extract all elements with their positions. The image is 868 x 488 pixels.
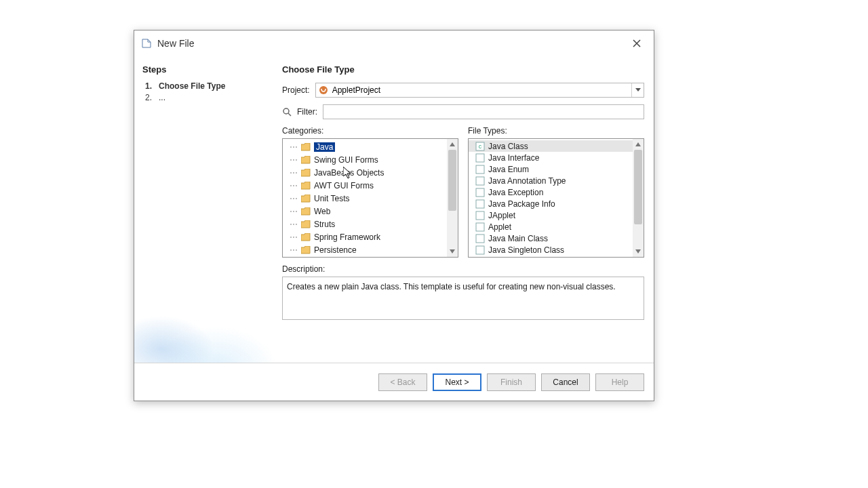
categories-scrollbar[interactable] [447, 139, 458, 257]
cancel-button[interactable]: Cancel [541, 373, 590, 391]
filetypes-column: File Types: c Java Class Java Interface [468, 126, 644, 258]
scroll-thumb[interactable] [448, 150, 456, 211]
titlebar: New File [134, 30, 654, 56]
folder-icon [301, 143, 311, 151]
class-icon [475, 211, 485, 220]
svg-rect-11 [476, 235, 484, 243]
category-spring-framework[interactable]: ⋯ Spring Framework [283, 230, 447, 243]
file-icon [141, 38, 152, 49]
new-file-dialog: New File Steps 1. Choose File Type 2. ..… [134, 30, 654, 401]
help-button: Help [595, 373, 644, 391]
svg-point-1 [283, 108, 289, 114]
folder-icon [301, 233, 311, 241]
project-select[interactable]: AppletProject [315, 83, 644, 98]
filetypes-listbox[interactable]: c Java Class Java Interface Java Enum [468, 138, 644, 258]
filetype-java-class[interactable]: c Java Class [469, 140, 633, 152]
svg-point-0 [319, 86, 328, 94]
folder-icon [301, 156, 311, 164]
tree-branch-icon: ⋯ [290, 153, 298, 166]
scroll-track[interactable] [447, 150, 458, 246]
class-icon [475, 176, 485, 186]
category-persistence[interactable]: ⋯ Persistence [283, 243, 447, 256]
svg-rect-6 [476, 177, 484, 185]
chevron-down-icon [631, 83, 644, 97]
next-button[interactable]: Next > [433, 373, 481, 391]
category-struts[interactable]: ⋯ Struts [283, 218, 447, 230]
filetype-java-interface[interactable]: Java Interface [469, 152, 633, 163]
class-icon [475, 165, 485, 174]
tree-branch-icon: ⋯ [290, 218, 298, 230]
svg-rect-4 [476, 154, 484, 162]
categories-list: ⋯ Java ⋯ Swing GUI Forms ⋯ [283, 139, 447, 257]
step-label: ... [159, 93, 165, 102]
folder-icon [301, 207, 311, 216]
project-value: AppletProject [332, 85, 380, 95]
filetypes-scrollbar[interactable] [633, 139, 644, 257]
filetype-java-enum[interactable]: Java Enum [469, 163, 633, 175]
filter-input[interactable] [323, 104, 644, 119]
scroll-down-icon[interactable] [633, 246, 644, 257]
svg-rect-9 [476, 211, 484, 220]
category-unit-tests[interactable]: ⋯ Unit Tests [283, 192, 447, 205]
tree-branch-icon: ⋯ [290, 205, 298, 218]
class-icon: c [475, 142, 485, 151]
categories-label: Categories: [282, 126, 458, 136]
category-java[interactable]: ⋯ Java [283, 140, 447, 153]
scroll-track[interactable] [633, 150, 644, 246]
close-button[interactable] [627, 35, 647, 52]
search-icon [282, 107, 292, 117]
filetype-japplet[interactable]: JApplet [469, 209, 633, 221]
class-icon [475, 245, 485, 255]
categories-column: Categories: ⋯ Java ⋯ Swing GUI Fo [282, 126, 458, 258]
button-bar: < Back Next > Finish Cancel Help [134, 363, 654, 401]
filetype-java-singleton-class[interactable]: Java Singleton Class [469, 244, 633, 256]
step-label: Choose File Type [159, 81, 225, 91]
svg-rect-5 [476, 165, 484, 174]
filter-row: Filter: [282, 104, 644, 119]
filetype-java-annotation-type[interactable]: Java Annotation Type [469, 175, 633, 186]
step-pending: 2. ... [142, 93, 267, 102]
folder-icon [301, 182, 311, 190]
step-choose-file-type: 1. Choose File Type [142, 81, 267, 91]
project-label: Project: [282, 85, 310, 95]
scroll-thumb[interactable] [634, 150, 642, 224]
back-button: < Back [378, 373, 427, 391]
section-title: Choose File Type [282, 64, 644, 75]
folder-icon [301, 246, 311, 254]
scroll-down-icon[interactable] [447, 246, 458, 257]
description-box: Creates a new plain Java class. This tem… [282, 277, 644, 320]
svg-rect-7 [476, 188, 484, 197]
category-web[interactable]: ⋯ Web [283, 205, 447, 218]
tree-branch-icon: ⋯ [290, 179, 298, 192]
svg-rect-10 [476, 223, 484, 231]
description-text: Creates a new plain Java class. This tem… [287, 282, 616, 291]
filetype-java-exception[interactable]: Java Exception [469, 186, 633, 198]
lists-row: Categories: ⋯ Java ⋯ Swing GUI Fo [282, 126, 644, 258]
category-javabeans-objects[interactable]: ⋯ JavaBeans Objects [283, 166, 447, 179]
class-icon [475, 234, 485, 243]
filetype-applet[interactable]: Applet [469, 221, 633, 232]
category-awt-gui-forms[interactable]: ⋯ AWT GUI Forms [283, 179, 447, 192]
filetype-java-package-info[interactable]: Java Package Info [469, 198, 633, 209]
scroll-up-icon[interactable] [447, 139, 458, 150]
dialog-body: Steps 1. Choose File Type 2. ... Choose … [134, 56, 654, 363]
folder-icon [301, 220, 311, 228]
project-row: Project: AppletProject [282, 83, 644, 98]
class-icon [475, 199, 485, 209]
folder-icon [301, 195, 311, 203]
tree-branch-icon: ⋯ [290, 243, 298, 256]
main-panel: Choose File Type Project: AppletProject [275, 56, 654, 363]
window-title: New File [157, 38, 627, 49]
class-icon [475, 188, 485, 197]
filetypes-list: c Java Class Java Interface Java Enum [469, 139, 633, 257]
filetype-java-main-class[interactable]: Java Main Class [469, 232, 633, 244]
scroll-up-icon[interactable] [633, 139, 644, 150]
finish-button: Finish [487, 373, 536, 391]
wizard-decoration [134, 281, 275, 363]
steps-panel: Steps 1. Choose File Type 2. ... [134, 56, 275, 363]
categories-listbox[interactable]: ⋯ Java ⋯ Swing GUI Forms ⋯ [282, 138, 458, 258]
tree-branch-icon: ⋯ [290, 230, 298, 243]
tree-branch-icon: ⋯ [290, 166, 298, 179]
category-swing-gui-forms[interactable]: ⋯ Swing GUI Forms [283, 153, 447, 166]
class-icon [475, 153, 485, 163]
